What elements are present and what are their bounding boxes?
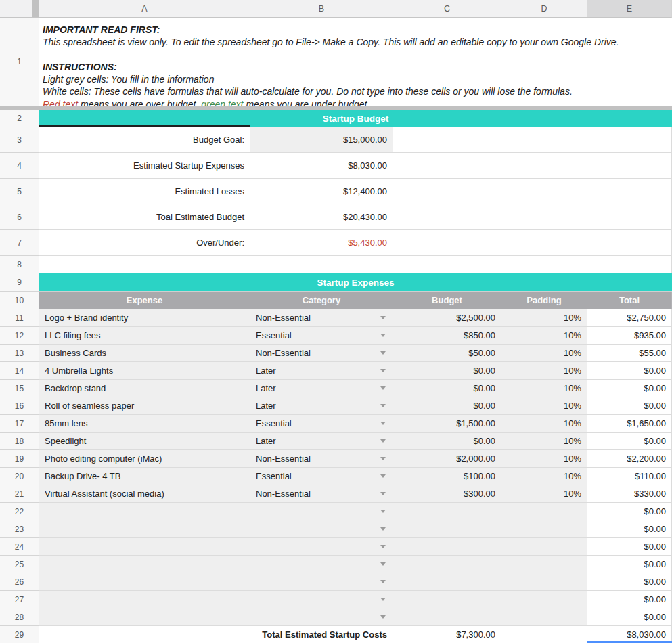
total-column-header[interactable]: Total xyxy=(587,292,672,309)
empty-cell[interactable] xyxy=(393,127,501,153)
empty-cell[interactable] xyxy=(250,256,393,273)
budget-goal-value[interactable]: $15,000.00 xyxy=(250,127,393,153)
total-cell[interactable]: $1,650.00 xyxy=(587,415,672,433)
total-cell[interactable]: $0.00 xyxy=(587,573,672,591)
padding-cell[interactable]: 10% xyxy=(501,485,587,503)
column-header-c[interactable]: C xyxy=(393,0,501,18)
total-cell[interactable]: $0.00 xyxy=(587,362,672,380)
padding-cell[interactable]: 10% xyxy=(501,433,587,450)
total-cell[interactable]: $0.00 xyxy=(587,380,672,397)
total-costs-label[interactable]: Total Estimated Startup Costs xyxy=(39,626,393,643)
expense-cell[interactable]: Photo editing computer (iMac) xyxy=(39,450,250,468)
category-cell[interactable]: Later xyxy=(250,433,393,450)
estimated-expenses-value[interactable]: $8,030.00 xyxy=(250,153,393,179)
column-header-b[interactable]: B xyxy=(250,0,393,18)
expense-cell[interactable]: Logo + Brand identity xyxy=(39,309,250,327)
total-cell[interactable]: $0.00 xyxy=(587,591,672,608)
category-cell[interactable]: Later xyxy=(250,397,393,415)
total-estimated-budget-label[interactable]: Toal Estimated Budget xyxy=(39,204,250,230)
total-cell[interactable]: $0.00 xyxy=(587,433,672,450)
frozen-column-divider[interactable] xyxy=(32,0,39,18)
empty-cell[interactable] xyxy=(587,153,672,179)
dropdown-arrow-icon[interactable] xyxy=(380,351,386,355)
row-number[interactable]: 29 xyxy=(0,626,39,643)
category-cell[interactable]: Essential xyxy=(250,468,393,485)
row-number[interactable]: 2 xyxy=(0,110,39,127)
budget-cell[interactable] xyxy=(393,538,501,556)
budget-cell[interactable] xyxy=(393,608,501,626)
expense-cell[interactable]: Roll of seamless paper xyxy=(39,397,250,415)
budget-cell[interactable] xyxy=(393,503,501,520)
row-number[interactable]: 15 xyxy=(0,380,39,397)
budget-cell[interactable] xyxy=(393,591,501,608)
category-cell[interactable]: Non-Essential xyxy=(250,450,393,468)
total-cell[interactable]: $2,750.00 xyxy=(587,309,672,327)
expense-cell[interactable] xyxy=(39,573,250,591)
row-number[interactable]: 6 xyxy=(0,204,39,230)
dropdown-arrow-icon[interactable] xyxy=(380,510,386,513)
category-cell[interactable] xyxy=(250,520,393,538)
row-number[interactable]: 7 xyxy=(0,230,39,256)
category-column-header[interactable]: Category xyxy=(250,292,393,309)
budget-cell[interactable] xyxy=(393,573,501,591)
row-number[interactable]: 24 xyxy=(0,538,39,556)
row-number[interactable]: 8 xyxy=(0,256,39,273)
row-number[interactable]: 9 xyxy=(0,273,39,292)
row-number[interactable]: 27 xyxy=(0,591,39,608)
category-cell[interactable] xyxy=(250,503,393,520)
dropdown-arrow-icon[interactable] xyxy=(380,422,386,425)
expense-column-header[interactable]: Expense xyxy=(39,292,250,309)
empty-cell[interactable] xyxy=(587,127,672,153)
row-number[interactable]: 23 xyxy=(0,520,39,538)
padding-cell[interactable]: 10% xyxy=(501,380,587,397)
padding-cell[interactable]: 10% xyxy=(501,397,587,415)
over-under-label[interactable]: Over/Under: xyxy=(39,230,250,256)
total-budget-value[interactable]: $7,300.00 xyxy=(393,626,501,643)
empty-cell[interactable] xyxy=(587,230,672,256)
total-cell[interactable]: $2,200.00 xyxy=(587,450,672,468)
dropdown-arrow-icon[interactable] xyxy=(380,545,386,548)
expense-cell[interactable] xyxy=(39,591,250,608)
row-number[interactable]: 17 xyxy=(0,415,39,433)
padding-column-header[interactable]: Padding xyxy=(501,292,587,309)
budget-cell[interactable]: $50.00 xyxy=(393,345,501,362)
category-cell[interactable] xyxy=(250,591,393,608)
budget-cell[interactable]: $300.00 xyxy=(393,485,501,503)
expense-cell[interactable]: Backdrop stand xyxy=(39,380,250,397)
padding-cell[interactable] xyxy=(501,520,587,538)
over-under-value[interactable]: $5,430.00 xyxy=(250,230,393,256)
empty-cell[interactable] xyxy=(501,204,587,230)
row-number[interactable]: 18 xyxy=(0,433,39,450)
dropdown-arrow-icon[interactable] xyxy=(380,562,386,566)
row-number[interactable]: 4 xyxy=(0,153,39,179)
padding-cell[interactable]: 10% xyxy=(501,309,587,327)
total-cell[interactable]: $0.00 xyxy=(587,397,672,415)
total-cell[interactable]: $0.00 xyxy=(587,556,672,573)
estimated-losses-value[interactable]: $12,400.00 xyxy=(250,179,393,204)
empty-cell[interactable] xyxy=(393,230,501,256)
empty-cell[interactable] xyxy=(501,127,587,153)
category-cell[interactable]: Non-Essential xyxy=(250,485,393,503)
dropdown-arrow-icon[interactable] xyxy=(380,598,386,601)
empty-cell[interactable] xyxy=(587,204,672,230)
row-number[interactable]: 13 xyxy=(0,345,39,362)
empty-cell[interactable] xyxy=(393,153,501,179)
estimated-expenses-label[interactable]: Estimated Startup Expenses xyxy=(39,153,250,179)
dropdown-arrow-icon[interactable] xyxy=(380,474,386,478)
dropdown-arrow-icon[interactable] xyxy=(380,492,386,495)
dropdown-arrow-icon[interactable] xyxy=(380,316,386,319)
dropdown-arrow-icon[interactable] xyxy=(380,334,386,337)
instructions-cell[interactable]: IMPORTANT READ FIRST: This spreadsheet i… xyxy=(39,18,672,106)
estimated-losses-label[interactable]: Estimated Losses xyxy=(39,179,250,204)
column-header-d[interactable]: D xyxy=(501,0,587,18)
padding-cell[interactable] xyxy=(501,503,587,520)
row-number[interactable]: 28 xyxy=(0,608,39,626)
category-cell[interactable]: Non-Essential xyxy=(250,345,393,362)
budget-cell[interactable]: $850.00 xyxy=(393,327,501,345)
total-cell[interactable]: $330.00 xyxy=(587,485,672,503)
budget-cell[interactable]: $2,000.00 xyxy=(393,450,501,468)
empty-cell[interactable] xyxy=(587,256,672,273)
total-cell[interactable]: $0.00 xyxy=(587,520,672,538)
padding-cell[interactable] xyxy=(501,608,587,626)
row-number[interactable]: 11 xyxy=(0,309,39,327)
